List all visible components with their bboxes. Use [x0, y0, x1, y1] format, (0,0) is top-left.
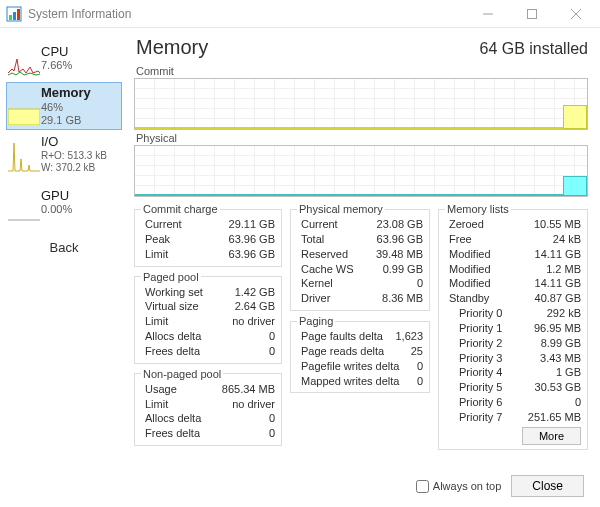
close-button[interactable]: Close [511, 475, 584, 497]
stat-key: Modified [445, 276, 491, 291]
stat-row: Page reads delta25 [297, 344, 423, 359]
memory-lists-legend: Memory lists [445, 203, 511, 215]
stat-row: Modified14.11 GB [445, 247, 581, 262]
minimize-button[interactable] [466, 0, 510, 28]
stat-value: 1,623 [395, 329, 423, 344]
stat-value: 25 [411, 344, 423, 359]
sidebar-memory-sub1: 46% [41, 101, 91, 114]
stat-value: 0 [269, 411, 275, 426]
stat-key: Priority 4 [445, 365, 502, 380]
stat-row: Pagefile writes delta0 [297, 359, 423, 374]
stat-key: Priority 7 [445, 410, 502, 425]
sidebar-item-memory[interactable]: Memory 46% 29.1 GB [6, 82, 122, 130]
stat-key: Frees delta [141, 426, 200, 441]
main-panel: Memory 64 GB installed Commit Physical C… [128, 28, 600, 507]
stat-key: Limit [141, 397, 168, 412]
stat-value: 23.08 GB [377, 217, 423, 232]
close-window-button[interactable] [554, 0, 598, 28]
page-title: Memory [136, 36, 208, 59]
stat-row: Allocs delta0 [141, 329, 275, 344]
sidebar-io-sub1: R+O: 513.3 kB [41, 150, 107, 162]
sidebar-io-title: I/O [41, 134, 107, 150]
stat-key: Frees delta [141, 344, 200, 359]
stat-row: Reserved39.48 MB [297, 247, 423, 262]
stat-key: Priority 1 [445, 321, 502, 336]
paging-group: Paging Page faults delta1,623Page reads … [290, 315, 430, 393]
sidebar-gpu-sub: 0.00% [41, 203, 72, 216]
stat-value: 8.36 MB [382, 291, 423, 306]
always-on-top-label: Always on top [433, 480, 501, 492]
stat-value: 0 [269, 344, 275, 359]
always-on-top-wrap[interactable]: Always on top [416, 480, 501, 493]
stat-value: 0 [417, 359, 423, 374]
stat-value: 0 [269, 329, 275, 344]
stat-value: 0 [269, 426, 275, 441]
stat-row: Usage865.34 MB [141, 382, 275, 397]
svg-rect-4 [528, 9, 537, 18]
maximize-button[interactable] [510, 0, 554, 28]
sidebar-item-cpu[interactable]: CPU 7.66% [6, 34, 122, 82]
more-button[interactable]: More [522, 427, 581, 445]
stat-row: Kernel0 [297, 276, 423, 291]
stat-key: Cache WS [297, 262, 354, 277]
stat-key: Priority 0 [445, 306, 502, 321]
stat-row: Allocs delta0 [141, 411, 275, 426]
sidebar: CPU 7.66% Memory 46% 29.1 GB [0, 28, 128, 507]
stat-value: 40.87 GB [535, 291, 581, 306]
stat-key: Free [445, 232, 472, 247]
paged-pool-group: Paged pool Working set1.42 GBVirtual siz… [134, 271, 282, 364]
paging-legend: Paging [297, 315, 335, 327]
stat-value: 8.99 GB [541, 336, 581, 351]
stat-value: 14.11 GB [535, 276, 581, 291]
stat-row: Priority 28.99 GB [445, 336, 581, 351]
sidebar-item-gpu[interactable]: GPU 0.00% [6, 178, 122, 226]
stat-value: 1.42 GB [235, 285, 275, 300]
stat-value: no driver [232, 314, 275, 329]
stat-row: Modified1.2 MB [445, 262, 581, 277]
stat-value: 0 [417, 374, 423, 389]
sidebar-io-sub2: W: 370.2 kB [41, 162, 107, 174]
commit-chart [134, 78, 588, 130]
stat-value: 24 kB [553, 232, 581, 247]
commit-charge-legend: Commit charge [141, 203, 220, 215]
stat-row: Priority 196.95 MB [445, 321, 581, 336]
sidebar-cpu-sub: 7.66% [41, 59, 72, 72]
memory-sparkline-icon [7, 86, 41, 126]
stat-key: Allocs delta [141, 329, 201, 344]
stat-key: Allocs delta [141, 411, 201, 426]
stat-key: Page reads delta [297, 344, 384, 359]
stat-key: Priority 2 [445, 336, 502, 351]
stat-key: Working set [141, 285, 203, 300]
stat-key: Kernel [297, 276, 333, 291]
stat-value: 2.64 GB [235, 299, 275, 314]
stat-row: Limitno driver [141, 314, 275, 329]
commit-chart-label: Commit [136, 65, 588, 77]
sidebar-gpu-title: GPU [41, 188, 72, 204]
stat-key: Priority 3 [445, 351, 502, 366]
stat-key: Limit [141, 247, 168, 262]
physical-memory-group: Physical memory Current23.08 GBTotal63.9… [290, 203, 430, 311]
stat-row: Priority 0292 kB [445, 306, 581, 321]
stat-row: Virtual size2.64 GB [141, 299, 275, 314]
svg-rect-5 [8, 109, 40, 125]
svg-rect-2 [13, 12, 16, 20]
stat-value: 63.96 GB [377, 232, 423, 247]
paged-pool-legend: Paged pool [141, 271, 201, 283]
stat-row: Standby40.87 GB [445, 291, 581, 306]
sidebar-memory-title: Memory [41, 85, 91, 101]
stat-value: 0 [575, 395, 581, 410]
stat-value: 3.43 MB [540, 351, 581, 366]
stat-value: 30.53 GB [535, 380, 581, 395]
stat-row: Priority 41 GB [445, 365, 581, 380]
always-on-top-checkbox[interactable] [416, 480, 429, 493]
stat-key: Current [141, 217, 182, 232]
stat-key: Reserved [297, 247, 348, 262]
physical-memory-legend: Physical memory [297, 203, 385, 215]
sidebar-item-io[interactable]: I/O R+O: 513.3 kB W: 370.2 kB [6, 130, 122, 178]
stat-key: Mapped writes delta [297, 374, 399, 389]
sidebar-cpu-title: CPU [41, 44, 72, 60]
stat-value: 96.95 MB [534, 321, 581, 336]
back-link[interactable]: Back [6, 226, 122, 269]
stat-row: Priority 60 [445, 395, 581, 410]
stat-value: 63.96 GB [229, 232, 275, 247]
